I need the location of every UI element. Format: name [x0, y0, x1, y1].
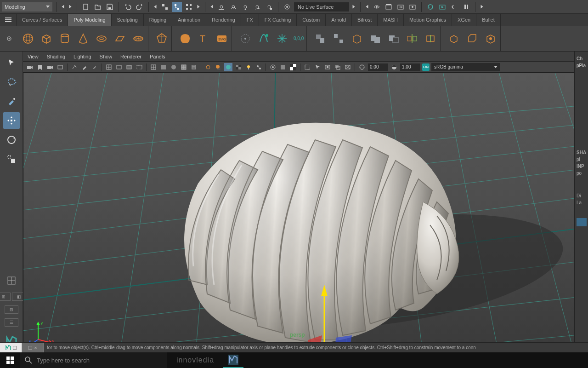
gamma-field[interactable]: 1.00 — [400, 63, 420, 71]
shadows-icon[interactable] — [214, 63, 222, 71]
render-sequence-icon[interactable] — [407, 2, 418, 12]
poly-cylinder-icon[interactable] — [58, 32, 72, 46]
wire-on-shaded-icon[interactable] — [180, 63, 188, 71]
tab-fx-caching[interactable]: FX Caching — [259, 14, 297, 26]
tab-bullet[interactable]: Bullet — [476, 14, 501, 26]
sel-prev-icon[interactable] — [153, 6, 158, 8]
pause-icon[interactable] — [461, 2, 471, 12]
snap-prev-icon[interactable] — [209, 6, 215, 8]
start-button[interactable] — [0, 352, 20, 368]
color-mgmt-toggle[interactable]: ON — [422, 63, 430, 71]
poly-disc-icon[interactable] — [131, 32, 145, 46]
checker-icon[interactable] — [289, 63, 297, 71]
ghost-prev-icon[interactable] — [449, 2, 459, 12]
new-scene-icon[interactable] — [81, 2, 91, 12]
shelf-options-icon[interactable] — [4, 35, 15, 42]
poly-cube-icon[interactable] — [40, 32, 53, 46]
scale-tool-icon[interactable] — [3, 151, 20, 167]
shelf-menu-icon[interactable] — [0, 14, 17, 26]
select-hierarchy-icon[interactable] — [172, 2, 182, 12]
image-plane-icon[interactable] — [56, 63, 64, 71]
layout-options-icon[interactable]: ☰ — [5, 318, 18, 327]
boolean-diff-icon[interactable] — [387, 32, 401, 46]
gamma-icon[interactable] — [390, 63, 398, 71]
lasso-tool-icon[interactable] — [3, 74, 20, 90]
snap-point-icon[interactable] — [240, 2, 250, 12]
overlay-icon[interactable] — [334, 63, 342, 71]
redo-icon[interactable] — [135, 2, 145, 12]
tab-rendering[interactable]: Rendering — [206, 14, 241, 26]
layer-swatch[interactable] — [577, 218, 587, 226]
panel-menu-show[interactable]: Show — [100, 54, 113, 59]
grease-pencil-icon[interactable] — [80, 63, 89, 71]
tab-arnold[interactable]: Arnold — [326, 14, 352, 26]
render-frame-icon[interactable] — [384, 2, 394, 12]
frame-selected-icon[interactable] — [323, 63, 332, 71]
taskbar-search[interactable]: Type here to search — [20, 352, 167, 368]
history-back-icon[interactable] — [60, 6, 66, 8]
hardware-texturing-icon[interactable] — [279, 63, 287, 71]
poly-type-icon[interactable]: T — [197, 32, 210, 46]
poly-platonic-icon[interactable] — [155, 32, 169, 46]
smooth-icon[interactable] — [350, 32, 364, 46]
tab-fx[interactable]: FX — [241, 14, 259, 26]
layout-grid-icon[interactable] — [3, 272, 20, 289]
layout-a-icon[interactable]: ⊞ — [0, 293, 11, 301]
isolate-select-icon[interactable] — [269, 63, 277, 71]
select-tool-icon[interactable] — [3, 54, 20, 71]
workspace-dropdown[interactable]: Modeling — [2, 2, 52, 12]
joints-icon[interactable] — [254, 63, 263, 71]
save-scene-icon[interactable] — [105, 2, 115, 12]
undo-icon[interactable] — [123, 2, 133, 12]
2d-pan-icon[interactable] — [70, 63, 79, 71]
playblast-icon[interactable] — [437, 2, 447, 12]
color-mgmt-dropdown[interactable]: sRGB gamma — [431, 63, 500, 71]
cache-refresh-icon[interactable] — [425, 2, 435, 12]
bridge-icon[interactable] — [484, 32, 498, 46]
grid-toggle-icon[interactable] — [105, 63, 113, 71]
close-icon[interactable]: × — [34, 345, 37, 351]
snap-grid-icon[interactable] — [216, 2, 226, 12]
textured-icon[interactable] — [190, 63, 198, 71]
xray-icon[interactable] — [303, 63, 311, 71]
poly-cone-icon[interactable] — [76, 32, 90, 46]
snap-curve-icon[interactable] — [228, 2, 238, 12]
deform-icon[interactable] — [344, 63, 352, 71]
paint-select-tool-icon[interactable] — [3, 93, 20, 109]
mirror-cut-icon[interactable] — [424, 32, 437, 46]
toggle-visibility-icon[interactable] — [372, 2, 382, 12]
bevel-icon[interactable] — [465, 32, 479, 46]
camera-select-icon[interactable] — [26, 63, 34, 71]
tab-mash[interactable]: MASH — [378, 14, 404, 26]
render-prev-icon[interactable] — [364, 6, 370, 8]
sweep-mesh-icon[interactable] — [238, 32, 252, 46]
tab-bifrost[interactable]: Bifrost — [352, 14, 378, 26]
snap-viewplane-icon[interactable] — [264, 2, 274, 12]
tab-animation[interactable]: Animation — [172, 14, 206, 26]
persp-viewport[interactable]: y x z persp — [23, 73, 574, 352]
select-cursor-icon[interactable] — [313, 63, 322, 71]
tab-poly-modeling[interactable]: Poly Modeling — [68, 14, 111, 26]
render-next-icon[interactable] — [479, 6, 485, 8]
move-tool-icon[interactable] — [3, 112, 20, 129]
panel-menu-lighting[interactable]: Lighting — [74, 54, 91, 59]
tab-sculpting[interactable]: Sculpting — [112, 14, 144, 26]
channel-box[interactable]: Ch pPla SHA pl INP po Di La — [574, 52, 588, 352]
layout-c-icon[interactable]: ⊟ — [5, 305, 18, 314]
boolean-union-icon[interactable] — [368, 32, 382, 46]
open-scene-icon[interactable] — [93, 2, 103, 12]
snap-next-icon[interactable] — [351, 6, 356, 8]
use-all-lights-icon[interactable] — [204, 63, 212, 71]
panel-menu-renderer[interactable]: Renderer — [120, 54, 141, 59]
tab-motion-graphics[interactable]: Motion Graphics — [404, 14, 452, 26]
select-by-object-icon[interactable] — [160, 2, 170, 12]
make-live-icon[interactable] — [282, 2, 292, 12]
exposure-icon[interactable] — [358, 63, 366, 71]
exposure-field[interactable]: 0.00 — [368, 63, 388, 71]
poly-sphere-icon[interactable] — [21, 32, 35, 46]
film-gate-icon[interactable] — [115, 63, 123, 71]
brush-icon[interactable] — [90, 63, 99, 71]
combine-icon[interactable] — [313, 32, 327, 46]
panel-menu-shading[interactable]: Shading — [47, 54, 65, 59]
tab-custom[interactable]: Custom — [297, 14, 326, 26]
